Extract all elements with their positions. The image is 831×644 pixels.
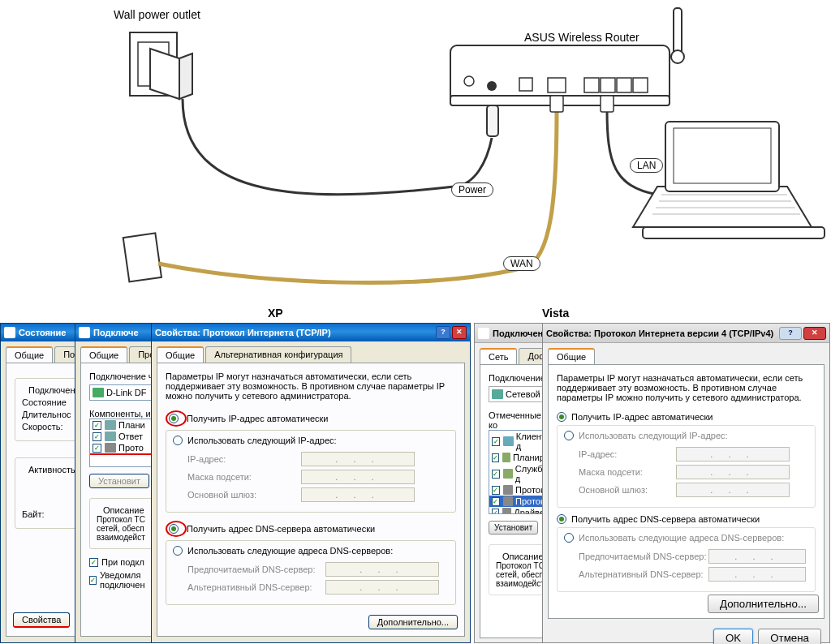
section-title-vista: Vista <box>542 307 569 320</box>
input-dns-pref: . . . <box>708 549 806 564</box>
svg-point-5 <box>671 50 684 63</box>
radio-auto-dns[interactable] <box>557 514 566 524</box>
checkbox[interactable] <box>492 486 500 495</box>
svg-rect-16 <box>550 96 563 112</box>
svg-rect-14 <box>487 105 498 136</box>
help-button[interactable]: ? <box>779 327 802 340</box>
label-ip: IP-адрес: <box>579 449 676 459</box>
adapter-name: Сетевой <box>506 389 540 399</box>
diagram-svg <box>0 0 831 316</box>
label-mask: Маска подсети: <box>187 472 301 482</box>
input-mask: . . . <box>676 465 790 479</box>
input-dns-pref: . . . <box>325 562 439 577</box>
radio-manual-dns[interactable] <box>173 546 183 556</box>
label-lan: LAN <box>630 158 663 173</box>
install-button[interactable]: Установит <box>489 521 538 535</box>
checkbox[interactable] <box>492 509 499 515</box>
tab-general[interactable]: Общие <box>6 346 53 363</box>
label-bytes: Байт: <box>22 509 45 519</box>
protocol-icon <box>503 485 513 495</box>
svg-rect-15 <box>123 233 161 281</box>
input-ip: . . . <box>301 452 415 466</box>
service-icon <box>105 431 116 441</box>
checkbox[interactable] <box>492 497 500 506</box>
advanced-button[interactable]: Дополнительно... <box>708 595 819 613</box>
group-description: Описание <box>100 505 148 515</box>
tab-alternate[interactable]: Альтернативная конфигурация <box>205 346 351 363</box>
section-title-xp: XP <box>268 307 283 320</box>
titlebar[interactable]: Свойства: Протокол Интернета (TCP/IP) ? … <box>152 324 470 341</box>
label-wan: WAN <box>503 256 540 271</box>
radio-auto-ip[interactable] <box>169 414 179 423</box>
label-duration: Длительнос <box>22 410 75 419</box>
ok-button[interactable]: OK <box>713 629 753 644</box>
close-button[interactable]: ✕ <box>803 327 826 340</box>
tab-general[interactable]: Общие <box>80 346 127 363</box>
intro-text: Параметры IP могут назначаться автоматич… <box>557 373 816 402</box>
input-mask: . . . <box>301 470 415 484</box>
highlight-circle <box>166 410 187 427</box>
network-diagram: Wall power outlet ASUS Wireless Router P… <box>0 0 831 316</box>
window-title: Свойства: Протокол Интернета версии 4 (T… <box>546 328 773 338</box>
label-dns-alt: Альтернативный DNS-сервер: <box>187 582 325 592</box>
tab-general[interactable]: Общие <box>157 346 204 363</box>
label-router: ASUS Wireless Router <box>524 31 639 44</box>
input-gateway: . . . <box>676 483 790 497</box>
radio-auto-dns[interactable] <box>169 524 179 534</box>
checkbox[interactable] <box>93 432 101 441</box>
svg-rect-20 <box>643 227 825 238</box>
label-manual-ip: Использовать следующий IP-адрес: <box>187 436 337 445</box>
label-speed: Скорость: <box>22 422 75 431</box>
tab-general[interactable]: Общие <box>548 348 595 364</box>
svg-point-7 <box>487 81 497 91</box>
svg-rect-13 <box>633 78 648 92</box>
svg-rect-9 <box>548 78 566 92</box>
checkbox[interactable] <box>492 437 500 446</box>
checkbox[interactable] <box>492 453 499 462</box>
checkbox-notify-connect[interactable] <box>89 558 98 567</box>
label-ip: IP-адрес: <box>187 454 301 464</box>
label-gateway: Основной шлюз: <box>187 490 301 500</box>
label-manual-dns: Использовать следующие адреса DNS-сервер… <box>579 533 784 543</box>
radio-auto-ip[interactable] <box>557 412 566 422</box>
adapter-icon <box>492 389 503 399</box>
svg-point-6 <box>464 76 474 86</box>
svg-rect-12 <box>617 78 631 92</box>
svg-rect-8 <box>519 78 532 91</box>
label-gateway: Основной шлюз: <box>579 485 676 495</box>
radio-manual-ip[interactable] <box>564 431 574 440</box>
checkbox[interactable] <box>93 421 101 430</box>
checkbox[interactable] <box>93 444 101 453</box>
group-activity: Активность <box>25 465 79 474</box>
input-ip: . . . <box>676 447 790 462</box>
label-power: Power <box>451 182 493 197</box>
cancel-button[interactable]: Отмена <box>758 629 821 644</box>
tab-network[interactable]: Сеть <box>480 348 517 364</box>
service-icon <box>503 469 513 479</box>
checkbox-notify-limited[interactable] <box>89 576 97 585</box>
label-manual-dns: Использовать следующие адреса DNS-сервер… <box>187 546 393 556</box>
checkbox[interactable] <box>492 470 500 479</box>
description-text: Протокол TC сетей, обесп взаимодейст <box>97 515 158 542</box>
label-dns-pref: Предпочитаемый DNS-сервер: <box>187 565 325 574</box>
install-button[interactable]: Установит <box>89 474 149 488</box>
advanced-button[interactable]: Дополнительно... <box>368 615 458 629</box>
titlebar[interactable]: Свойства: Протокол Интернета версии 4 (T… <box>543 324 829 343</box>
adapter-name: D-Link DF <box>106 388 147 397</box>
properties-button[interactable]: Свойства <box>13 612 70 628</box>
svg-rect-4 <box>674 8 682 55</box>
xp-tcpip-window: Свойства: Протокол Интернета (TCP/IP) ? … <box>151 323 471 643</box>
highlight-circle <box>166 521 187 537</box>
close-button[interactable]: ✕ <box>452 326 467 339</box>
description-text: Протокол TC сетей, обесп взаимодейст <box>496 561 545 588</box>
svg-rect-11 <box>601 78 615 92</box>
input-gateway: . . . <box>301 487 415 502</box>
radio-manual-ip[interactable] <box>173 436 183 445</box>
input-dns-alt: . . . <box>708 567 806 582</box>
radio-manual-dns[interactable] <box>564 533 574 543</box>
service-icon <box>105 420 116 430</box>
network-icon <box>79 327 90 338</box>
label-dns-alt: Альтернативный DNS-сервер: <box>579 569 708 579</box>
help-button[interactable]: ? <box>436 326 450 339</box>
protocol-icon <box>503 496 513 506</box>
